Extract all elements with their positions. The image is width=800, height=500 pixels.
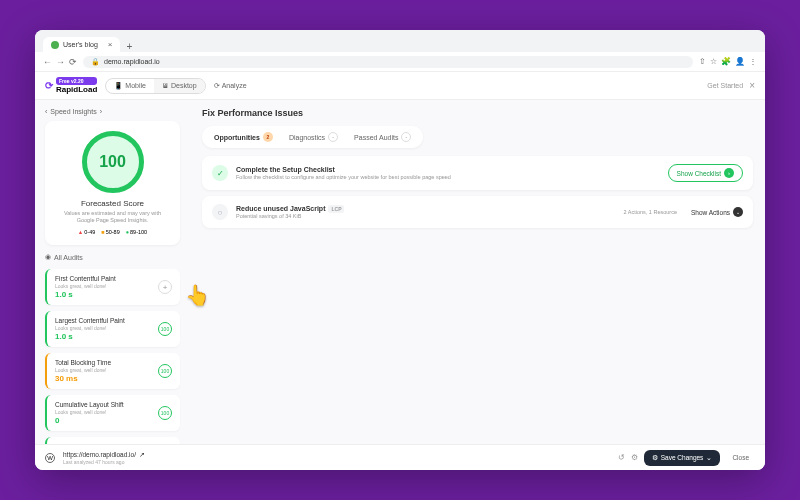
score-legend: ▲0-49 ■50-89 ●89-100: [55, 229, 170, 235]
score-value: 100: [99, 153, 126, 171]
issue-description: Potential savings of 34 KiB: [236, 213, 615, 219]
new-tab-button[interactable]: +: [120, 41, 138, 52]
url-input[interactable]: 🔒 demo.rapidload.io: [83, 56, 693, 68]
issue-setup-checklist: ✓ Complete the Setup Checklist Follow th…: [202, 156, 753, 190]
browser-actions: ⇧ ☆ 🧩 👤 ⋮: [699, 57, 757, 66]
tab-title: User's blog: [63, 41, 98, 48]
menu-icon[interactable]: ⋮: [749, 57, 757, 66]
tab-opportunities[interactable]: Opportunities2: [210, 130, 277, 144]
browser-window: User's blog × + ← → ⟳ 🔒 demo.rapidload.i…: [35, 30, 765, 470]
metric-si[interactable]: Speed IndexLooks great, well done!1.9 s …: [45, 437, 180, 444]
avatar-icon[interactable]: 👤: [735, 57, 745, 66]
star-icon[interactable]: ☆: [710, 57, 717, 66]
content-area: Fix Performance Issues Opportunities2 Di…: [190, 100, 765, 444]
issue-title: Reduce unused JavaScriptLCP: [236, 205, 615, 212]
get-started-link[interactable]: Get Started: [707, 82, 743, 89]
url-text: demo.rapidload.io: [104, 58, 160, 65]
logo[interactable]: ⟳ Free v2.20 RapidLoad: [45, 77, 97, 94]
metric-lcp[interactable]: Largest Contentful PaintLooks great, wel…: [45, 311, 180, 347]
external-link-icon[interactable]: ↗: [139, 451, 145, 459]
forward-button[interactable]: →: [56, 57, 65, 67]
lcp-badge: LCP: [328, 205, 344, 213]
version-badge: Free v2.20: [56, 77, 97, 85]
app-header: ⟳ Free v2.20 RapidLoad 📱 Mobile 🖥 Deskto…: [35, 72, 765, 100]
score-gauge: 100: [82, 131, 144, 193]
logo-icon: ⟳: [45, 80, 53, 91]
speed-insights-header[interactable]: ‹ Speed Insights ›: [45, 108, 180, 115]
history-icon[interactable]: ↺: [618, 453, 625, 462]
header-right: Get Started ×: [707, 80, 755, 91]
footer-url: https://demo.rapidload.io/ ↗ Last analyz…: [63, 451, 145, 465]
browser-tab[interactable]: User's blog ×: [43, 37, 120, 52]
chevron-icon: ›: [724, 168, 734, 178]
wordpress-icon[interactable]: W: [45, 453, 55, 463]
show-checklist-button[interactable]: Show Checklist ›: [668, 164, 743, 182]
nav-arrows: ← → ⟳: [43, 57, 77, 67]
tab-diagnostics[interactable]: Diagnostics-: [285, 130, 342, 144]
count-badge: -: [328, 132, 338, 142]
metric-fcp[interactable]: First Contentful PaintLooks great, well …: [45, 269, 180, 305]
all-audits-toggle[interactable]: ◉ All Audits: [45, 251, 180, 263]
close-panel-icon[interactable]: ×: [749, 80, 755, 91]
score-badge-icon: 100: [158, 364, 172, 378]
mobile-button[interactable]: 📱 Mobile: [106, 79, 154, 93]
sidebar: ‹ Speed Insights › 100 Forecasted Score …: [35, 100, 190, 444]
share-icon[interactable]: ⇧: [699, 57, 706, 66]
count-badge: 2: [263, 132, 273, 142]
issue-meta: 2 Actions, 1 Resource: [623, 209, 677, 215]
main: ‹ Speed Insights › 100 Forecasted Score …: [35, 100, 765, 444]
browser-tabstrip: User's blog × +: [35, 30, 765, 52]
triangle-icon: ▲: [78, 229, 83, 235]
issue-unused-js: ○ Reduce unused JavaScriptLCP Potential …: [202, 196, 753, 228]
tab-passed-audits[interactable]: Passed Audits-: [350, 130, 415, 144]
chevron-down-icon[interactable]: ⌄: [706, 454, 712, 462]
metric-cls[interactable]: Cumulative Layout ShiftLooks great, well…: [45, 395, 180, 431]
back-button[interactable]: ←: [43, 57, 52, 67]
close-tab-icon[interactable]: ×: [108, 40, 113, 49]
expand-icon[interactable]: +: [158, 280, 172, 294]
favicon-icon: [51, 41, 59, 49]
device-toggle: 📱 Mobile 🖥 Desktop: [105, 78, 205, 94]
score-subtitle: Values are estimated and may vary with G…: [55, 210, 170, 224]
score-badge-icon: 100: [158, 322, 172, 336]
section-title: Fix Performance Issues: [202, 108, 753, 118]
reload-button[interactable]: ⟳: [69, 57, 77, 67]
checklist-icon: ✓: [212, 165, 228, 181]
warning-icon: ○: [212, 204, 228, 220]
close-button[interactable]: Close: [726, 450, 755, 465]
score-card: 100 Forecasted Score Values are estimate…: [45, 121, 180, 245]
desktop-button[interactable]: 🖥 Desktop: [154, 79, 205, 93]
show-actions-button[interactable]: Show Actions ⌄: [691, 207, 743, 217]
issue-description: Follow the checklist to configure and op…: [236, 174, 660, 180]
square-icon: ■: [101, 229, 104, 235]
issue-title: Complete the Setup Checklist: [236, 166, 660, 173]
chevron-down-icon: ⌄: [733, 207, 743, 217]
count-badge: -: [401, 132, 411, 142]
lock-icon: 🔒: [91, 58, 100, 66]
brand-name: RapidLoad: [56, 85, 97, 94]
analyze-button[interactable]: ⟳ Analyze: [214, 82, 247, 90]
settings-icon[interactable]: ⚙: [631, 453, 638, 462]
address-bar: ← → ⟳ 🔒 demo.rapidload.io ⇧ ☆ 🧩 👤 ⋮: [35, 52, 765, 72]
footer-bar: W https://demo.rapidload.io/ ↗ Last anal…: [35, 444, 765, 470]
score-label: Forecasted Score: [55, 199, 170, 208]
circle-icon: ●: [126, 229, 129, 235]
issue-tabs: Opportunities2 Diagnostics- Passed Audit…: [202, 126, 423, 148]
metric-tbt[interactable]: Total Blocking TimeLooks great, well don…: [45, 353, 180, 389]
extension-icon[interactable]: 🧩: [721, 57, 731, 66]
score-badge-icon: 100: [158, 406, 172, 420]
save-changes-button[interactable]: ⚙ Save Changes ⌄: [644, 450, 721, 466]
